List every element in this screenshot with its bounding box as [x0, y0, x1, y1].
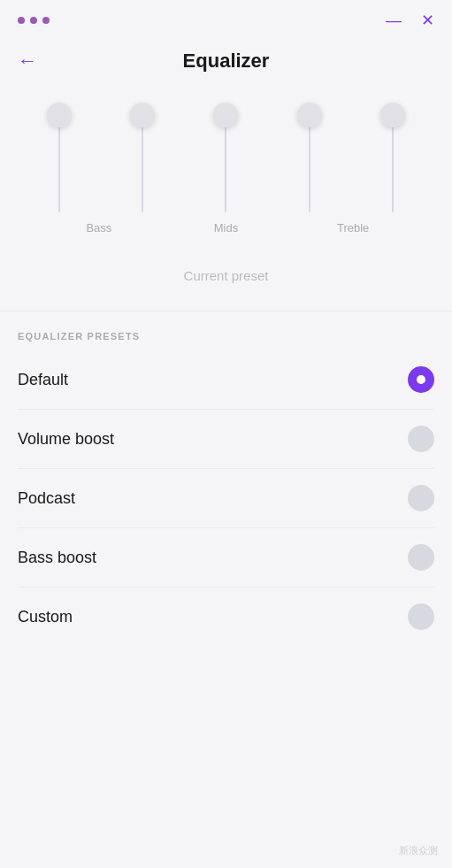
slider-thumb-3[interactable] [213, 103, 238, 127]
slider-track-2 [142, 115, 143, 212]
radio-custom[interactable] [408, 603, 434, 630]
slider-thumb-2[interactable] [130, 103, 155, 127]
eq-slider-3[interactable] [225, 99, 226, 214]
slider-thumb-4[interactable] [297, 103, 322, 127]
sliders-container [18, 99, 434, 214]
header: ← Equalizer [0, 41, 452, 90]
dot-icon-2 [30, 17, 37, 24]
slider-track-1 [58, 115, 60, 212]
preset-name-podcast: Podcast [18, 489, 75, 508]
eq-section: Bass Mids Treble [0, 90, 452, 252]
slider-thumb-1[interactable] [47, 103, 72, 127]
treble-label: Treble [318, 221, 388, 234]
page-title: Equalizer [183, 50, 270, 73]
title-bar: — ✕ [0, 0, 452, 41]
preset-name-bass-boost: Bass boost [18, 549, 96, 567]
dot-icon-1 [18, 17, 25, 24]
eq-slider-4[interactable] [309, 99, 310, 214]
radio-bass-boost[interactable] [408, 544, 434, 571]
title-bar-dots [18, 17, 50, 24]
close-button[interactable]: ✕ [421, 12, 434, 28]
preset-item-volume-boost[interactable]: Volume boost [18, 410, 434, 469]
radio-default[interactable] [408, 366, 434, 393]
slider-thumb-5[interactable] [380, 103, 405, 127]
mids-label: Mids [190, 221, 261, 234]
current-preset-section: Current preset [0, 252, 452, 293]
presets-section: EQUALIZER PRESETS Default Volume boost P… [0, 311, 452, 646]
preset-item-bass-boost[interactable]: Bass boost [18, 528, 434, 588]
title-bar-controls: — ✕ [386, 12, 434, 28]
radio-podcast[interactable] [408, 485, 434, 511]
back-button[interactable]: ← [18, 50, 37, 73]
preset-name-custom: Custom [18, 608, 73, 626]
slider-track-5 [392, 115, 394, 212]
bass-label: Bass [64, 221, 134, 234]
slider-track-4 [309, 115, 310, 212]
preset-item-default[interactable]: Default [18, 350, 434, 410]
preset-name-default: Default [18, 371, 68, 389]
minimize-button[interactable]: — [386, 12, 402, 28]
slider-track-3 [225, 115, 226, 212]
preset-item-podcast[interactable]: Podcast [18, 469, 434, 528]
eq-slider-5[interactable] [392, 99, 394, 214]
dot-icon-3 [42, 17, 50, 24]
slider-labels: Bass Mids Treble [18, 214, 434, 234]
current-preset-text: Current preset [184, 268, 269, 283]
eq-slider-1[interactable] [58, 99, 60, 214]
watermark: 新浪众测 [399, 844, 438, 857]
preset-name-volume-boost: Volume boost [18, 430, 114, 449]
eq-slider-2[interactable] [142, 99, 143, 214]
presets-header: EQUALIZER PRESETS [18, 311, 434, 350]
preset-item-custom[interactable]: Custom [18, 588, 434, 646]
radio-volume-boost[interactable] [408, 426, 434, 452]
